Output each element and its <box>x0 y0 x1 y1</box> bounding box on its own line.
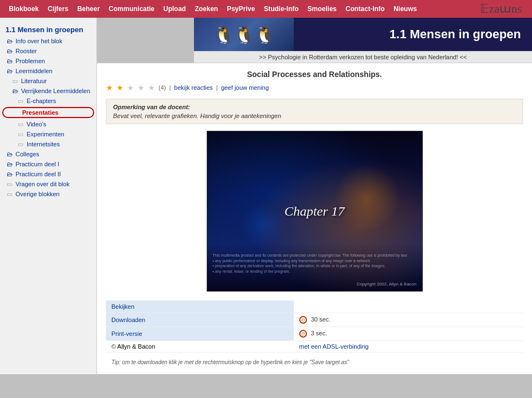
comment-title: Opmerking van de docent: <box>113 104 516 110</box>
downloaden-action[interactable]: Downloaden <box>106 313 294 327</box>
second-nav-bar: >> Psychologie in Rotterdam verkozen tot… <box>194 51 532 63</box>
sidebar-item-experimenten[interactable]: ▭ Experimenten <box>0 129 96 139</box>
adsl-note: met een ADSL-verbinding <box>294 341 523 353</box>
downloaden-time: ⏱ 30 sec. <box>294 313 523 327</box>
folder-icon: 🗁 <box>6 47 13 55</box>
tip-text: Tip: om te downloaden klik je met de rec… <box>106 357 523 368</box>
sidebar-item-overige[interactable]: ▭ Overige blokken <box>0 189 96 199</box>
rating-separator2: | <box>216 84 218 91</box>
comment-note: Handig voor je aantekeningen <box>200 113 281 119</box>
sidebar-item-vragen[interactable]: ▭ Vragen over dit blok <box>0 179 96 189</box>
comment-box: Opmerking van de docent: Bevat veel, rel… <box>106 99 523 124</box>
rating-separator: | <box>169 84 171 91</box>
top-nav: Blokboek Cijfers Beheer Communicatie Upl… <box>0 0 532 18</box>
nav-studieinfo[interactable]: Studie-Info <box>259 5 303 13</box>
sidebar-item-echapters[interactable]: ▭ E-chapters <box>0 96 96 106</box>
chapter-title: Chapter 17 <box>284 204 345 219</box>
folder-icon: 🗁 <box>6 170 13 178</box>
star-2: ★ <box>116 83 124 92</box>
star-1: ★ <box>106 83 113 92</box>
light-effect-2 <box>241 202 285 247</box>
chapter-copyright-footer: Copyright 2002, Allyn & Bacon <box>356 282 416 287</box>
logo-area: 𝔼zaɯns <box>474 2 528 16</box>
table-row-allyn: © Allyn & Bacon met een ADSL-verbinding <box>106 341 523 353</box>
chapter-copyright-body: This multimedia product and its contents… <box>213 253 417 274</box>
star-5: ★ <box>148 83 155 92</box>
sidebar-item-rooster[interactable]: 🗁 Rooster <box>0 46 96 56</box>
nav-nieuws[interactable]: Nieuws <box>389 5 421 13</box>
comment-text: Bevat veel, relevante grafieken. Handig … <box>113 113 516 119</box>
banner-title: 1.1 Mensen in groepen <box>390 27 521 42</box>
rating-bar: ★ ★ ★ ★ ★ (4) | bekijk reacties | geef j… <box>106 83 523 92</box>
folder-icon: 🗁 <box>6 67 13 75</box>
folder-icon: 🗁 <box>11 87 19 95</box>
second-nav-text: >> Psychologie in Rotterdam verkozen tot… <box>259 54 467 60</box>
sidebar-item-presentaties[interactable]: Presentaties <box>2 107 94 118</box>
printversie-time: ⏱ 3 sec. <box>294 327 523 341</box>
printversie-action[interactable]: Print-versie <box>106 327 294 341</box>
sidebar-item-internetsites[interactable]: ▭ Internetsites <box>0 139 96 149</box>
page-icon: ▭ <box>17 130 24 138</box>
bekijken-action[interactable]: Bekijken <box>106 300 294 313</box>
table-row-downloaden: Downloaden ⏱ 30 sec. <box>106 313 523 327</box>
bekijken-time <box>294 300 523 313</box>
nav-smoelies[interactable]: Smoelies <box>303 5 341 13</box>
page-icon: ▭ <box>17 97 24 105</box>
nav-beheer[interactable]: Beheer <box>73 5 104 13</box>
penguins-image: 🐧🐧🐧 <box>194 18 294 51</box>
page-icon: ▭ <box>6 190 13 198</box>
light-effect <box>334 165 400 231</box>
nav-psyprive[interactable]: PsyPrive <box>222 5 259 13</box>
sidebar-item-practicumII[interactable]: 🗁 Practicum deel II <box>0 169 96 179</box>
publisher-copyright: © Allyn & Bacon <box>106 341 294 353</box>
sidebar-item-info[interactable]: 🗁 Info over het blok <box>0 36 96 46</box>
nav-contactinfo[interactable]: Contact-Info <box>341 5 390 13</box>
folder-icon: 🗁 <box>6 37 13 45</box>
nav-zoeken[interactable]: Zoeken <box>190 5 222 13</box>
sidebar-title: 1.1 Mensen in groepen <box>0 22 96 36</box>
nav-blokboek[interactable]: Blokboek <box>4 5 43 13</box>
table-row-printversie: Print-versie ⏱ 3 sec. <box>106 327 523 341</box>
clock-icon-2: ⏱ <box>299 330 307 338</box>
sidebar-item-practicumI[interactable]: 🗁 Practicum deel I <box>0 159 96 169</box>
page-icon: ▭ <box>6 180 13 188</box>
folder-icon: 🗁 <box>6 160 13 168</box>
page-icon: ▭ <box>11 77 19 85</box>
folder-icon: 🗁 <box>6 150 13 158</box>
page-icon: ▭ <box>17 120 24 128</box>
star-3: ★ <box>127 83 134 92</box>
sidebar-item-colleges[interactable]: 🗁 Colleges <box>0 149 96 159</box>
download-table: Bekijken Downloaden ⏱ 30 sec. Print-vers… <box>106 300 523 353</box>
sidebar-item-literatuur[interactable]: ▭ Literatuur <box>0 76 96 86</box>
clock-icon: ⏱ <box>299 316 307 324</box>
main-content: Social Processes and Relationships. ★ ★ … <box>97 63 532 374</box>
bekijk-reacties-link[interactable]: bekijk reacties <box>174 84 213 91</box>
header-banner: 🐧🐧🐧 1.1 Mensen in groepen <box>194 18 532 51</box>
table-row-bekijken: Bekijken <box>106 300 523 313</box>
rating-count: (4) <box>158 84 166 91</box>
nav-upload[interactable]: Upload <box>159 5 191 13</box>
chapter-image: Chapter 17 This multimedia product and i… <box>207 131 423 292</box>
folder-icon: 🗁 <box>6 57 13 65</box>
star-4: ★ <box>137 83 145 92</box>
sidebar-item-problemen[interactable]: 🗁 Problemen <box>0 56 96 66</box>
sidebar-item-videos[interactable]: ▭ Video's <box>0 119 96 129</box>
sidebar: 1.1 Mensen in groepen 🗁 Info over het bl… <box>0 18 97 374</box>
logo-text: 𝔼zaɯns <box>474 2 528 16</box>
sidebar-item-leermiddelen[interactable]: 🗁 Leermiddelen <box>0 66 96 76</box>
geef-mening-link[interactable]: geef jouw mening <box>221 84 269 91</box>
sidebar-item-verrijkende[interactable]: 🗁 Verrijkende Leermiddelen <box>0 86 96 96</box>
page-title: Social Processes and Relationships. <box>106 70 523 79</box>
nav-communicatie[interactable]: Communicatie <box>104 5 159 13</box>
page-icon: ▭ <box>17 140 24 148</box>
nav-cijfers[interactable]: Cijfers <box>43 5 73 13</box>
